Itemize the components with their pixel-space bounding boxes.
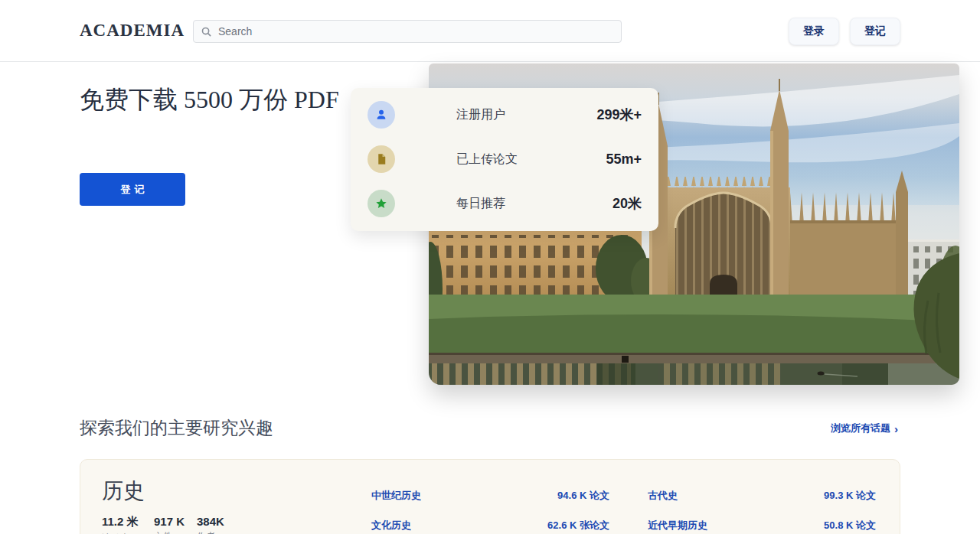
stat-value: 384K (197, 515, 224, 528)
stat-value: 917 K (154, 515, 185, 528)
search-icon (201, 26, 212, 37)
authors-stat: 384K 作者 (197, 515, 224, 534)
topic-link-cultural-history[interactable]: 文化历史 62.6 K 张论文 (371, 519, 609, 532)
star-icon (368, 190, 395, 217)
chevron-right-icon: › (894, 424, 898, 434)
hero-title: 免费下载 5500 万份 PDF (80, 84, 363, 115)
register-button[interactable]: 登记 (850, 18, 900, 45)
login-button[interactable]: 登录 (789, 18, 839, 45)
hero-register-button[interactable]: 登记 (80, 173, 185, 206)
documents-stat: 917 K 文件 (154, 515, 185, 534)
document-icon (368, 145, 395, 173)
topic-name: 中世纪历史 (371, 489, 421, 503)
auth-buttons: 登录 登记 (789, 18, 900, 45)
topic-count: 99.3 K 论文 (824, 489, 876, 503)
browse-all-topics-link[interactable]: 浏览所有话题 › (831, 422, 898, 435)
topic-link-ancient-history[interactable]: 古代史 99.3 K 论文 (648, 489, 876, 503)
stat-value: 20米 (612, 194, 642, 213)
topic-name: 古代史 (648, 489, 678, 503)
stat-label: 已上传论文 (456, 151, 518, 168)
stat-label: 文件 (154, 530, 185, 534)
stat-value: 299米+ (596, 106, 642, 124)
topic-count: 50.8 K 论文 (824, 519, 876, 532)
topic-count: 62.6 K 张论文 (547, 519, 609, 532)
stat-value: 55m+ (606, 151, 642, 168)
history-topic-card: 历史 11.2 米 追随者 917 K 文件 384K 作者 中世纪历史 94.… (80, 459, 900, 534)
stat-label: 注册用户 (456, 107, 505, 123)
stat-registered-users: 注册用户 299米+ (368, 93, 642, 137)
search-bar[interactable] (193, 20, 622, 43)
stat-value: 11.2 米 (102, 515, 139, 529)
stat-label: 每日推荐 (456, 196, 505, 212)
topic-name: 近代早期历史 (648, 519, 707, 532)
topic-name: 文化历史 (371, 519, 411, 532)
search-input[interactable] (218, 25, 614, 37)
stat-daily-recommendations: 每日推荐 20米 (368, 181, 642, 226)
user-icon (368, 101, 395, 129)
topic-link-medieval-history[interactable]: 中世纪历史 94.6 K 论文 (371, 489, 609, 503)
stat-papers-uploaded: 已上传论文 55m+ (368, 137, 642, 181)
site-stats-card: 注册用户 299米+ 已上传论文 55m+ 每日推荐 20米 (351, 88, 658, 231)
topic-link-early-modern-history[interactable]: 近代早期历史 50.8 K 论文 (648, 519, 876, 532)
topic-card-title[interactable]: 历史 (102, 477, 145, 506)
stat-label: 作者 (197, 530, 224, 534)
site-logo[interactable]: ACADEMIA (80, 21, 185, 41)
topic-count: 94.6 K 论文 (557, 489, 609, 503)
top-navbar: ACADEMIA 登录 登记 (0, 0, 980, 62)
interests-section-title: 探索我们的主要研究兴趣 (80, 416, 273, 440)
browse-all-label: 浏览所有话题 (831, 422, 890, 435)
followers-stat: 11.2 米 追随者 (102, 515, 139, 534)
page: ACADEMIA 登录 登记 免费下载 5500 万份 PDF 登记 (0, 0, 980, 534)
